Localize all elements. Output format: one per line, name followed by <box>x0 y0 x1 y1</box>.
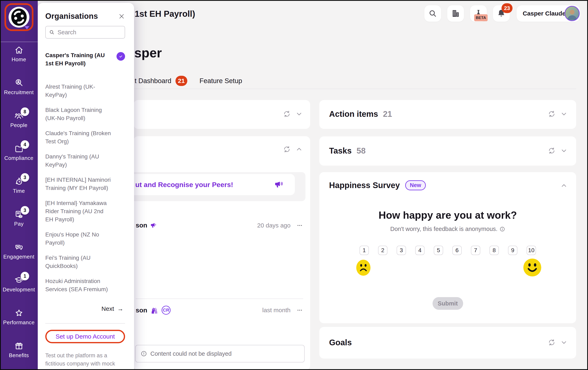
post-author[interactable]: son <box>136 222 147 229</box>
rating-scale: 1 2 3 4 5 6 7 8 9 10 <box>319 246 576 255</box>
org-item[interactable]: Enjou's Hope (NZ No Payroll) <box>45 230 125 247</box>
post-author[interactable]: son <box>136 306 147 314</box>
org-item[interactable]: Hozuki Administration Services (SEA Frem… <box>45 277 125 294</box>
close-icon[interactable] <box>118 13 125 20</box>
rating-8[interactable]: 8 <box>489 246 499 255</box>
post-timestamp: last month <box>262 307 291 314</box>
content-error-box: Content could not be displayed <box>135 345 304 362</box>
rating-6[interactable]: 6 <box>452 246 462 255</box>
org-item[interactable]: Danny's Training (AU KeyPay) <box>45 152 125 169</box>
sidebar: Home Recruitment 8 People 4 Compliance 3 <box>0 0 38 370</box>
chevron-up-icon[interactable] <box>295 145 303 153</box>
organisation-button[interactable] <box>447 5 464 22</box>
alert-icon <box>141 350 147 357</box>
next-page-link[interactable]: Next→ <box>45 305 125 312</box>
organisations-panel: Organisations Search Casper's Training (… <box>38 3 134 369</box>
org-item[interactable]: Alrest Training (UK- KeyPay) <box>45 83 125 99</box>
organisation-list: Casper's Training (AU 1st EH Payroll) Al… <box>45 51 125 294</box>
chevron-down-icon[interactable] <box>560 338 568 347</box>
org-item-selected[interactable]: Casper's Training (AU 1st EH Payroll) <box>45 51 125 76</box>
refresh-icon[interactable] <box>548 147 556 155</box>
org-item[interactable]: Claude's Training (Broken Test Org) <box>45 129 125 146</box>
rating-3[interactable]: 3 <box>397 246 406 255</box>
org-search-input[interactable]: Search <box>45 26 125 39</box>
rating-7[interactable]: 7 <box>471 246 480 255</box>
org-item[interactable]: Black Lagoon Training (UK-No Payroll) <box>45 106 125 122</box>
logo-annotation-ring <box>4 3 33 31</box>
smiley-face-icon <box>523 258 542 277</box>
rating-9[interactable]: 9 <box>508 246 517 255</box>
sidebar-item-benefits[interactable]: Benefits <box>0 341 38 359</box>
sidebar-item-recruitment[interactable]: Recruitment <box>0 78 38 96</box>
engagement-icon <box>14 243 24 252</box>
announcement-link[interactable]: ut and Recognise your Peers! <box>135 181 233 189</box>
company-feed-card: ut and Recognise your Peers! son 20 days… <box>134 136 310 370</box>
refresh-icon[interactable] <box>283 110 291 118</box>
sidebar-item-pay[interactable]: 3 Pay <box>0 210 38 227</box>
notification-count-badge: 23 <box>502 3 513 13</box>
raised-hands-icon <box>150 306 159 315</box>
refresh-icon[interactable] <box>548 110 556 118</box>
post-menu-button[interactable] <box>296 222 303 229</box>
greeting-text: sper <box>134 45 162 60</box>
performance-icon <box>14 308 24 318</box>
refresh-icon[interactable] <box>283 145 291 153</box>
org-item[interactable]: [EH INTERNAL] Naminori Training (MY EH P… <box>45 176 125 192</box>
sidebar-item-people[interactable]: 8 People <box>0 111 38 129</box>
submit-button[interactable]: Submit <box>432 297 463 310</box>
rating-4[interactable]: 4 <box>415 246 425 255</box>
rating-2[interactable]: 2 <box>378 246 388 255</box>
sidebar-item-compliance[interactable]: 4 Compliance <box>0 144 38 161</box>
rating-1[interactable]: 1 <box>359 246 369 255</box>
time-count-badge: 3 <box>21 173 29 182</box>
megaphone-icon <box>274 180 284 189</box>
recruitment-icon <box>14 78 24 87</box>
announcement-pill[interactable]: ut and Recognise your Peers! <box>134 174 295 195</box>
feed-post: son 20 days ago <box>136 222 303 229</box>
beta-badge: BETA <box>474 14 488 21</box>
rating-10[interactable]: 10 <box>527 246 536 255</box>
compliance-count-badge: 4 <box>21 140 29 149</box>
rating-5[interactable]: 5 <box>434 246 443 255</box>
sidebar-item-performance[interactable]: Performance <box>0 308 38 326</box>
new-badge: New <box>405 180 426 190</box>
search-button[interactable] <box>424 5 441 22</box>
development-count-badge: 1 <box>21 272 29 280</box>
tab-dashboard[interactable]: t Dashboard <box>135 77 171 85</box>
pay-count-badge: 3 <box>21 206 29 215</box>
refresh-icon[interactable] <box>548 338 556 347</box>
sidebar-divider <box>0 42 38 42</box>
dashboard-count-badge: 21 <box>176 76 187 86</box>
post-menu-button[interactable] <box>296 307 303 314</box>
people-count-badge: 8 <box>21 107 29 116</box>
organisations-title: Organisations <box>45 12 98 21</box>
content-error-text: Content could not be displayed <box>150 350 231 357</box>
setup-demo-account-button[interactable]: Set up Demo Account <box>45 330 125 343</box>
chevron-down-icon[interactable] <box>560 147 568 155</box>
user-menu[interactable]: Casper Claude <box>517 5 580 22</box>
sidebar-item-time[interactable]: 3 Time <box>0 177 38 194</box>
announcement-banner: ut and Recognise your Peers! <box>134 172 305 201</box>
cr-badge: CR <box>162 306 171 315</box>
sidebar-item-home[interactable]: Home <box>0 45 38 63</box>
chevron-down-icon[interactable] <box>560 110 568 118</box>
feed-filter-card <box>134 100 310 129</box>
chevron-down-icon[interactable] <box>295 110 303 118</box>
happiness-survey-card: Happiness Survey New How happy are you a… <box>319 172 576 323</box>
labs-button[interactable]: BETA <box>470 5 487 22</box>
avatar <box>565 6 580 21</box>
chevron-up-icon[interactable] <box>560 182 568 190</box>
sidebar-item-engagement[interactable]: Engagement <box>0 243 38 260</box>
sidebar-item-development[interactable]: 1 Development <box>0 275 38 293</box>
org-item[interactable]: Fei's Training (AU QuickBooks) <box>45 254 125 270</box>
feed-post: son CR last month <box>136 306 303 315</box>
employment-hero-logo[interactable] <box>8 7 30 28</box>
building-icon <box>451 9 460 18</box>
megaphone-icon <box>150 222 158 229</box>
search-icon <box>428 9 437 18</box>
arrow-right-icon: → <box>117 305 123 312</box>
tab-feature-setup[interactable]: Feature Setup <box>200 77 242 85</box>
org-switcher-caret-icon <box>24 26 29 29</box>
org-item[interactable]: [EH Internal} Yamakawa Rider Training (A… <box>45 199 125 224</box>
demo-caption: Test out the platform as a fictitious co… <box>45 351 125 369</box>
